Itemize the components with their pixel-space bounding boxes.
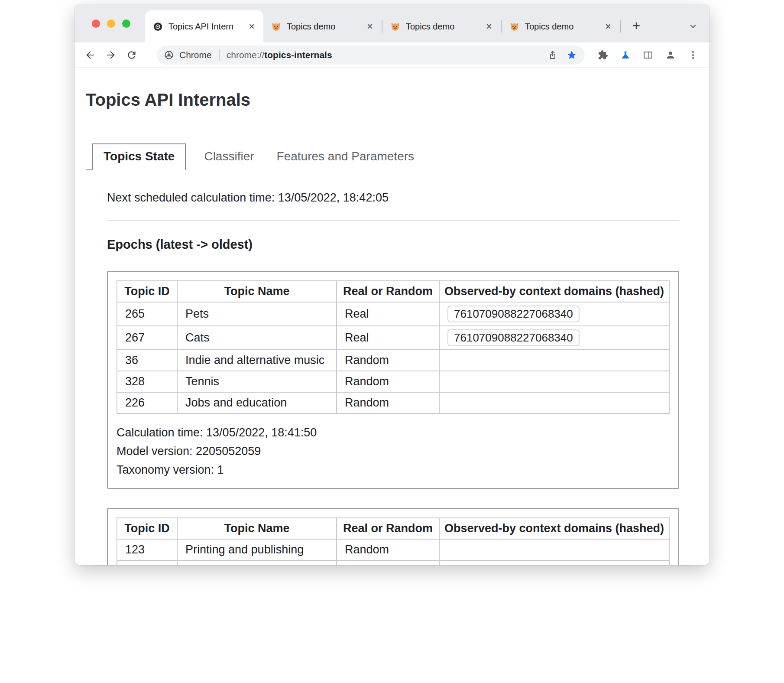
topic-name-cell: Cats: [177, 326, 337, 350]
table-row: 328TennisRandom: [117, 371, 669, 392]
page-content: Topics API Internals Topics StateClassif…: [75, 68, 709, 565]
zoom-window-button[interactable]: [122, 20, 130, 28]
profile-avatar-icon[interactable]: [659, 46, 682, 65]
back-button[interactable]: [80, 45, 100, 65]
real-or-random-cell: Random: [337, 560, 439, 565]
table-row: 200Fibre and textile artsRandom: [117, 560, 669, 565]
topic-id-cell: 328: [117, 371, 177, 392]
address-bar[interactable]: Chrome chrome://topics-internals: [157, 46, 585, 65]
column-header: Observed-by context domains (hashed): [439, 518, 669, 539]
table-row: 123Printing and publishingRandom: [117, 539, 669, 560]
observed-domains-cell: 7610709088227068340: [439, 326, 669, 350]
tab-title: Topics demo: [525, 22, 598, 32]
topic-name-cell: Indie and alternative music: [177, 350, 337, 371]
column-header: Real or Random: [337, 518, 439, 539]
share-icon[interactable]: [543, 46, 562, 65]
tab-search-chevron-icon[interactable]: [684, 17, 702, 35]
observed-domains-cell: [439, 539, 669, 560]
toolbar-actions: [592, 46, 704, 65]
search-engine-label: Chrome: [179, 50, 212, 60]
url-scheme: chrome://: [227, 50, 265, 60]
browser-tab[interactable]: Topics demo×: [502, 10, 620, 42]
minimize-window-button[interactable]: [107, 20, 115, 28]
column-header: Topic ID: [117, 281, 177, 302]
new-tab-button[interactable]: +: [627, 16, 646, 36]
epochs-container: Topic IDTopic NameReal or RandomObserved…: [107, 271, 679, 565]
epoch-table: Topic IDTopic NameReal or RandomObserved…: [117, 280, 670, 414]
next-calculation-time: Next scheduled calculation time: 13/05/2…: [107, 191, 679, 205]
chrome-labs-flask-icon[interactable]: [614, 46, 637, 65]
topic-id-cell: 265: [117, 302, 177, 326]
real-or-random-cell: Random: [337, 350, 439, 371]
tab-underline-stub: [86, 169, 92, 170]
tab-close-icon[interactable]: ×: [483, 20, 496, 33]
url-host: topics-internals: [264, 50, 332, 60]
close-window-button[interactable]: [92, 20, 100, 28]
domain-hash-value[interactable]: 7610709088227068340: [447, 306, 580, 322]
real-or-random-cell: Real: [337, 326, 439, 350]
taxonomy-version: Taxonomy version: 1: [117, 461, 670, 479]
observed-domains-cell: [439, 350, 669, 371]
observed-domains-cell: 7610709088227068340: [439, 302, 669, 326]
tab-title: Topics demo: [406, 22, 479, 32]
browser-tab[interactable]: Topics API Intern×: [145, 10, 263, 42]
column-header: Real or Random: [337, 281, 439, 302]
real-or-random-cell: Random: [337, 539, 439, 560]
omnibox-divider: [219, 49, 220, 61]
tab-title: Topics demo: [287, 22, 360, 32]
real-or-random-cell: Random: [337, 371, 439, 392]
window-controls: [75, 4, 145, 42]
chrome-icon: [164, 50, 174, 60]
epoch-box: Topic IDTopic NameReal or RandomObserved…: [107, 271, 679, 489]
browser-tab[interactable]: Topics demo×: [382, 10, 501, 42]
cat-favicon: [271, 22, 281, 32]
extensions-puzzle-icon[interactable]: [592, 46, 614, 65]
tab-close-icon[interactable]: ×: [245, 20, 258, 33]
page-tabs: Topics StateClassifierFeatures and Param…: [86, 143, 709, 170]
browser-tab[interactable]: Topics demo×: [263, 10, 382, 42]
topic-name-cell: Fibre and textile arts: [177, 560, 337, 565]
column-header: Topic Name: [177, 518, 337, 539]
calculation-time: Calculation time: 13/05/2022, 18:41:50: [117, 423, 670, 442]
section-divider: [107, 220, 679, 221]
topic-name-cell: Printing and publishing: [177, 539, 337, 560]
topic-id-cell: 267: [117, 326, 177, 350]
tab-separator: [501, 20, 502, 33]
topic-id-cell: 36: [117, 350, 177, 371]
side-panel-icon[interactable]: [637, 46, 659, 65]
tab-classifier[interactable]: Classifier: [193, 143, 265, 170]
topics-state-panel: Next scheduled calculation time: 13/05/2…: [107, 191, 679, 565]
epochs-heading: Epochs (latest -> oldest): [107, 237, 679, 252]
topic-name-cell: Pets: [177, 302, 337, 326]
forward-button[interactable]: [100, 45, 121, 65]
tab-strip-tabs: Topics API Intern×Topics demo×Topics dem…: [145, 4, 621, 42]
tab-title: Topics API Intern: [168, 22, 242, 32]
reload-button[interactable]: [121, 45, 142, 65]
menu-kebab-icon[interactable]: [682, 46, 704, 65]
table-row: 226Jobs and educationRandom: [117, 392, 669, 413]
real-or-random-cell: Random: [337, 392, 439, 413]
bookmark-star-icon[interactable]: [562, 46, 581, 65]
toolbar: Chrome chrome://topics-internals: [75, 42, 709, 68]
cat-favicon: [390, 22, 400, 32]
domain-hash-value[interactable]: 7610709088227068340: [447, 329, 580, 346]
table-row: 265PetsReal7610709088227068340: [117, 302, 669, 326]
column-header: Topic ID: [117, 518, 177, 539]
url-text: chrome://topics-internals: [227, 50, 332, 60]
tab-close-icon[interactable]: ×: [602, 20, 615, 33]
table-row: 36Indie and alternative musicRandom: [117, 350, 669, 371]
epoch-box: Topic IDTopic NameReal or RandomObserved…: [107, 508, 679, 565]
header-row: Topic IDTopic NameReal or RandomObserved…: [117, 281, 669, 302]
topic-name-cell: Jobs and education: [177, 392, 337, 413]
column-header: Topic Name: [177, 281, 337, 302]
model-version: Model version: 2205052059: [117, 442, 670, 461]
tab-features-and-parameters[interactable]: Features and Parameters: [266, 143, 426, 170]
column-header: Observed-by context domains (hashed): [439, 281, 669, 302]
observed-domains-cell: [439, 560, 669, 565]
tab-close-icon[interactable]: ×: [363, 20, 376, 33]
topic-id-cell: 200: [117, 560, 177, 565]
internals-favicon: [153, 22, 163, 32]
browser-window: Topics API Intern×Topics demo×Topics dem…: [75, 4, 709, 565]
tab-topics-state[interactable]: Topics State: [92, 143, 186, 170]
epoch-table: Topic IDTopic NameReal or RandomObserved…: [117, 517, 670, 565]
